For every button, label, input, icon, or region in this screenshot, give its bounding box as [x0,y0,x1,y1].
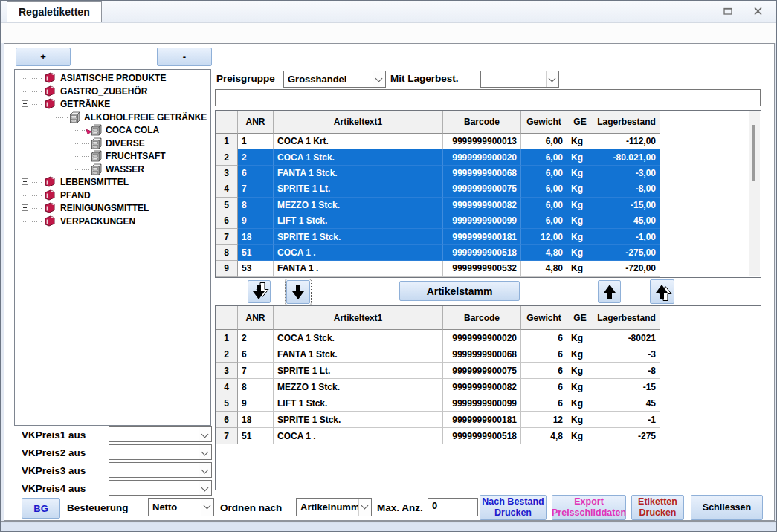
tree-item-alkoholfreie-getr-nke[interactable]: ALKOHOLFREIE GETRÄNKE [15,111,210,124]
search-input[interactable] [215,89,761,106]
cabinet-icon [91,163,102,175]
tree-item-gastro-zubeh-r[interactable]: GASTRO_ZUBEHÖR [15,85,210,98]
cell-bestand: 45,00 [593,213,660,229]
table-row[interactable]: 26FANTA 1 Stck.99999999000686Kg-3 [216,346,761,363]
table-row[interactable]: 59LIFT 1 Stck.99999999000996Kg45 [216,395,761,412]
tree-item-coca-cola[interactable]: COCA COLA [15,123,210,137]
column-header-anr: ANR [238,111,274,134]
cell-num: 4 [216,379,238,395]
table-header-row: ANRArtikeltext1BarcodeGewichtGELagerbest… [216,111,761,134]
chevron-down-icon [199,427,211,441]
cell-bestand: -15 [593,379,660,395]
column-header-anr: ANR [238,306,274,330]
besteuerung-select[interactable]: Netto [148,498,214,516]
table-row[interactable]: 718SPRITE 1 Stck.999999990018112,00Kg-1,… [216,229,761,244]
move-down-button[interactable] [286,280,310,304]
table-row[interactable]: 47SPRITE 1 Lt.99999999000756,00Kg-8,00 [216,181,761,197]
cell-ge: Kg [567,245,593,261]
cell-anr: 8 [238,198,274,213]
action-button-nach-bestand-drucken[interactable]: Nach BestandDrucken [480,495,547,520]
scrollbar-thumb[interactable] [752,125,755,181]
preisgruppe-select[interactable]: Grosshandel [283,71,386,88]
table-row[interactable]: 69LIFT 1 Stck.99999999000996,00Kg45,00 [216,213,761,229]
column-header-artikeltext1: Artikeltext1 [274,306,443,330]
article-table-selection: ANRArtikeltext1BarcodeGewichtGELagerbest… [215,305,761,490]
cell-bestand: 45 [593,395,660,412]
action-button-etiketten-drucken[interactable]: EtikettenDrucken [631,495,684,520]
selected-item-arrow-icon [86,124,92,137]
lagerbest-select[interactable] [480,71,559,88]
book-icon [44,215,56,227]
tree-item-diverse[interactable]: DIVERSE [15,137,210,150]
table-row[interactable]: 11COCA 1 Krt.99999999000136,00Kg-112,00 [216,134,761,149]
move-up-button[interactable] [598,280,621,303]
vkpreis4-select[interactable] [109,480,212,496]
ordnen-nach-select[interactable]: Artikelnummer [296,498,372,516]
cell-gewicht: 6,00 [521,213,567,229]
vkpreis3-label: VKPreis3 aus [22,465,86,476]
cell-ge: Kg [567,363,593,379]
tree-connector [23,91,42,92]
tree-item-reinigungsmittel[interactable]: REINIGUNGSMITTEL [15,201,210,215]
move-all-down-button[interactable] [248,280,271,303]
vkpreis1-select[interactable] [109,426,212,442]
tab-regaletiketten[interactable]: Regaletiketten [7,1,102,22]
expand-icon[interactable] [22,204,28,211]
cell-gewicht: 6 [521,379,567,395]
tree-item-label: DIVERSE [106,138,145,149]
action-button-line: Nach Bestand [482,496,544,507]
table-row[interactable]: 12COCA 1 Stck.99999999000206Kg-80021 [216,330,761,346]
cell-anr: 2 [238,149,274,165]
tree-item-verpackungen[interactable]: VERPACKUNGEN [15,215,210,228]
vkpreis2-label: VKPreis2 aus [22,447,86,458]
table-row[interactable]: 618SPRITE 1 Stck.999999990018112Kg-1 [216,412,761,428]
table-row[interactable]: 37SPRITE 1 Lt.99999999000756Kg-8 [216,363,761,379]
tree-item-fruchtsaft[interactable]: FRUCHTSAFT [15,149,210,163]
bg-button[interactable]: BG [22,498,60,519]
cell-barcode: 9999999900075 [443,363,521,379]
table-row[interactable]: 953FANTA 1 .99999999005324,80Kg-720,00 [216,261,761,276]
book-icon [44,85,56,97]
expand-tree-button[interactable]: + [16,48,71,66]
table-row[interactable]: 36FANTA 1 Stck.99999999000686,00Kg-3,00 [216,166,761,181]
tree-item-pfand[interactable]: PFAND [15,189,210,202]
artikelstamm-button[interactable]: Artikelstamm [399,281,520,301]
chevron-down-icon [373,71,385,87]
table-row[interactable]: 58MEZZO 1 Stck.99999999000826,00Kg-15,00 [216,198,761,213]
tree-item-lebensmittel[interactable]: LEBENSMITTEL [15,175,210,189]
action-button-export-preisschilddaten[interactable]: ExportPreisschilddaten [552,495,626,520]
cell-ge: Kg [567,181,593,197]
collapse-icon[interactable] [48,114,54,120]
book-icon [44,176,56,187]
close-icon[interactable] [748,4,767,19]
table-row[interactable]: 22COCA 1 Stck.99999999000206,00Kg-80.021… [216,149,761,165]
collapse-tree-button[interactable]: - [157,48,212,66]
vkpreis3-select[interactable] [109,462,212,478]
cell-gewicht: 6 [521,395,567,412]
tree-connector [23,195,42,196]
cell-barcode: 9999999900013 [443,134,521,149]
cell-bestand: -8 [593,363,660,379]
move-all-up-button[interactable] [650,279,674,304]
table-header-row: ANRArtikeltext1BarcodeGewichtGELagerbest… [216,306,761,330]
action-button-schliessen[interactable]: Schliessen [691,495,763,520]
vertical-scrollbar[interactable] [749,111,760,276]
table-row[interactable]: 751COCA 1 .99999999005184,8Kg-275 [216,428,761,444]
table-row[interactable]: 48MEZZO 1 Stck.99999999000826Kg-15 [216,379,761,395]
table-row[interactable]: 851COCA 1 .99999999005184,80Kg-275,00 [216,245,761,261]
cell-anr: 8 [238,379,274,395]
restore-icon[interactable] [718,4,738,19]
expand-icon[interactable] [22,178,28,185]
tree-item-label: WASSER [106,164,144,175]
cell-bestand: -15,00 [593,198,660,213]
tree-item-wasser[interactable]: WASSER [15,163,210,176]
max-anz-input[interactable]: 0 [428,498,478,516]
tree-connector [75,169,89,170]
chevron-down-icon [201,499,213,516]
collapse-icon[interactable] [22,100,28,107]
tree-item-getr-nke[interactable]: GETRÄNKE [15,97,210,111]
vkpreis2-select[interactable] [109,444,212,460]
lagerbest-label: Mit Lagerbest. [390,73,459,84]
tree-item-label: GETRÄNKE [60,99,110,109]
tree-item-asiatische-produkte[interactable]: ASIATISCHE PRODUKTE [15,71,210,85]
